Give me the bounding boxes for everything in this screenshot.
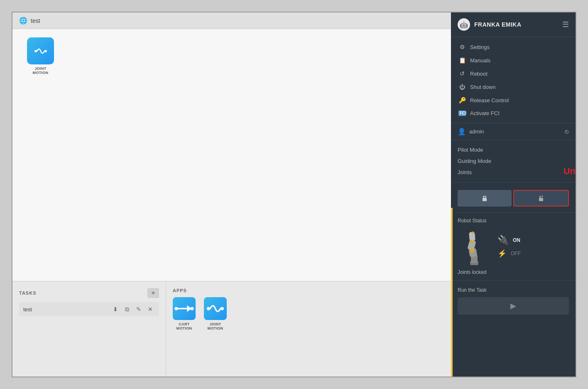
shutdown-icon: ⏻ <box>458 84 466 90</box>
svg-point-15 <box>470 249 474 253</box>
power-on-label: ON <box>513 237 520 243</box>
joint-motion-label: JOINTMOTION <box>33 66 49 75</box>
svg-point-17 <box>472 231 474 234</box>
add-task-button[interactable]: + <box>147 288 159 298</box>
pilot-mode-label: Pilot Mode <box>458 147 483 153</box>
release-control-icon: 🔑 <box>458 97 466 103</box>
power-on-item: 🔌 ON <box>497 235 521 246</box>
robot-arm-image <box>458 228 491 265</box>
joints-toggle-row <box>458 190 569 207</box>
power-off-label: OFF <box>511 251 521 256</box>
apps-items: CARTMOTION <box>173 297 444 330</box>
reboot-icon: ↺ <box>458 70 466 77</box>
sidebar: 🤖 FRANKA EMIKA ☰ ⚙ Settings 📋 Manuals ↺ … <box>451 12 576 377</box>
joint-motion-block[interactable]: JOINTMOTION <box>25 37 56 75</box>
run-task-button[interactable]: ▶ <box>458 297 569 315</box>
task-name: test <box>23 306 108 313</box>
tasks-section: TASKS + test ⬇ ⧉ ✎ ✕ <box>12 281 166 377</box>
user-section: 👤 admin ⎋ <box>451 123 576 140</box>
content-area: 🌐 test JOINTMOTION <box>12 12 451 377</box>
menu-item-reboot[interactable]: ↺ Reboot <box>451 67 576 80</box>
power-plug-icon: 🔌 <box>497 235 509 246</box>
tasks-title: TASKS <box>19 291 36 295</box>
top-bar: 🌐 test <box>12 12 451 29</box>
tasks-header: TASKS + <box>19 288 159 298</box>
pilot-mode-item[interactable]: Pilot Mode <box>458 144 569 155</box>
brand-logo: 🤖 <box>458 18 470 31</box>
joint-motion-app-label: JOINTMOTION <box>208 322 223 330</box>
guiding-mode-item[interactable]: Guiding Mode <box>458 155 569 167</box>
svg-point-16 <box>470 240 473 243</box>
joint-motion-icon <box>27 37 54 64</box>
run-task-section: Run the Task ▶ <box>451 281 576 377</box>
power-controls: 🔌 ON ⚡ OFF <box>497 235 521 258</box>
release-control-label: Release Control <box>470 97 509 103</box>
brand-name: FRANKA EMIKA <box>474 21 522 28</box>
settings-icon: ⚙ <box>458 44 466 50</box>
settings-label: Settings <box>470 44 490 50</box>
bottom-panel: TASKS + test ⬇ ⧉ ✎ ✕ APPS <box>12 281 451 377</box>
power-knife-icon: ⚡ <box>497 249 507 258</box>
robot-status-section: Robot Status <box>451 213 576 281</box>
joints-mode-item[interactable]: Joints Unlock <box>458 167 569 178</box>
manuals-icon: 📋 <box>458 57 466 64</box>
cart-motion-label: CARTMOTION <box>176 322 192 330</box>
username: admin <box>469 128 484 135</box>
unlock-label: Unlock <box>564 166 576 177</box>
run-task-title: Run the Task <box>458 287 569 293</box>
menu-item-shutdown[interactable]: ⏻ Shut down <box>451 80 576 94</box>
menu-item-release-control[interactable]: 🔑 Release Control <box>451 94 576 107</box>
robot-status-title: Robot Status <box>458 218 569 224</box>
user-icon: 👤 <box>458 128 466 135</box>
svg-rect-9 <box>539 198 543 201</box>
joints-label: Joints <box>458 169 472 175</box>
mode-section: Pilot Mode Guiding Mode Joints Unlock <box>451 140 576 182</box>
reboot-label: Reboot <box>470 71 488 77</box>
apps-title: APPS <box>173 288 187 293</box>
joints-section <box>451 182 576 213</box>
menu-item-settings[interactable]: ⚙ Settings <box>451 40 576 54</box>
activate-fci-label: Activate FCI <box>470 110 500 116</box>
svg-rect-8 <box>483 198 487 201</box>
task-edit-button[interactable]: ✎ <box>134 305 143 314</box>
power-off-item: ⚡ OFF <box>497 249 521 258</box>
task-title: test <box>31 17 40 24</box>
menu-items: ⚙ Settings 📋 Manuals ↺ Reboot ⏻ Shut dow… <box>451 37 576 123</box>
menu-item-manuals[interactable]: 📋 Manuals <box>451 54 576 67</box>
task-copy-button[interactable]: ⧉ <box>122 305 132 314</box>
logout-button[interactable]: ⎋ <box>565 128 569 135</box>
joints-unlock-button[interactable] <box>513 190 569 207</box>
joint-motion-app-icon <box>204 297 227 320</box>
svg-marker-5 <box>187 305 191 312</box>
canvas-area[interactable]: JOINTMOTION <box>12 29 451 281</box>
menu-item-activate-fci[interactable]: FCI Activate FCI <box>451 107 576 120</box>
app-window: 🌐 test JOINTMOTION <box>12 12 576 377</box>
cart-motion-icon <box>173 297 196 320</box>
fci-icon: FCI <box>458 111 466 116</box>
shutdown-label: Shut down <box>470 84 495 90</box>
apps-section: APPS <box>166 281 451 377</box>
robot-status-content: 🔌 ON ⚡ OFF <box>458 228 569 265</box>
manuals-label: Manuals <box>470 57 490 64</box>
sidebar-header: 🤖 FRANKA EMIKA ☰ <box>451 12 576 37</box>
play-icon: ▶ <box>510 301 516 310</box>
main-layout: 🌐 test JOINTMOTION <box>12 12 576 377</box>
joint-motion-app[interactable]: JOINTMOTION <box>204 297 227 330</box>
guiding-mode-label: Guiding Mode <box>458 158 491 164</box>
task-row[interactable]: test ⬇ ⧉ ✎ ✕ <box>19 302 159 316</box>
globe-icon: 🌐 <box>19 17 27 25</box>
cart-motion-app[interactable]: CARTMOTION <box>173 297 196 330</box>
joints-lock-button[interactable] <box>458 190 512 207</box>
brand-area: 🤖 FRANKA EMIKA <box>458 18 522 31</box>
joints-locked-status: Joints locked <box>458 269 569 275</box>
task-delete-button[interactable]: ✕ <box>146 305 155 314</box>
apps-header: APPS <box>173 288 444 293</box>
task-download-button[interactable]: ⬇ <box>111 305 120 314</box>
hamburger-button[interactable]: ☰ <box>562 20 569 29</box>
user-info: 👤 admin <box>458 128 484 135</box>
